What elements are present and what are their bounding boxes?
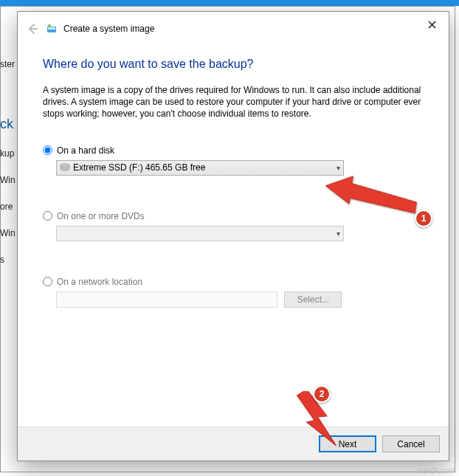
network-path-field: [56, 292, 277, 308]
dialog-body: Where do you want to save the backup? A …: [18, 46, 449, 427]
radio-dvd-label: On one or more DVDs: [57, 211, 145, 221]
next-button[interactable]: Next: [319, 435, 376, 452]
radio-dvd-input[interactable]: [43, 211, 52, 221]
svg-rect-2: [48, 27, 55, 30]
radio-hard-disk[interactable]: On a hard disk: [43, 145, 424, 156]
radio-hard-disk-input[interactable]: [43, 145, 52, 155]
close-button[interactable]: [416, 13, 447, 35]
option-hard-disk: On a hard disk Extreme SSD (F:) 465.65 G…: [43, 145, 424, 176]
network-select-button: Select...: [284, 292, 342, 308]
description-text: A system image is a copy of the drives r…: [43, 84, 424, 120]
back-button[interactable]: [24, 20, 41, 38]
cancel-button[interactable]: Cancel: [382, 435, 440, 452]
chevron-down-icon: ▾: [337, 164, 340, 172]
back-arrow-icon: [26, 22, 39, 35]
radio-network-label: On a network location: [57, 277, 142, 287]
background-sidebar-text: ster ck u kup Win ore Win s: [0, 30, 13, 265]
dialog-title: Create a system image: [63, 24, 154, 34]
dialog-header: Create a system image: [18, 12, 449, 46]
chevron-down-icon: ▾: [337, 230, 340, 238]
system-image-icon: [46, 23, 58, 35]
background-titlebar: [0, 0, 459, 6]
watermark: wsxdn.com: [418, 466, 455, 475]
drive-select-value: Extreme SSD (F:) 465.65 GB free: [73, 162, 205, 173]
dialog-footer: Next Cancel: [18, 427, 449, 461]
create-system-image-dialog: Create a system image Where do you want …: [17, 11, 449, 461]
drive-select-dropdown[interactable]: Extreme SSD (F:) 465.65 GB free ▾: [56, 160, 344, 176]
radio-network[interactable]: On a network location: [43, 277, 424, 287]
option-dvd: On one or more DVDs ▾: [43, 211, 424, 241]
radio-network-input[interactable]: [43, 277, 52, 286]
hard-disk-icon: [60, 162, 70, 173]
close-icon: [428, 21, 436, 29]
svg-point-3: [48, 24, 51, 27]
main-instruction: Where do you want to save the backup?: [43, 58, 424, 71]
radio-dvd[interactable]: On one or more DVDs: [43, 211, 424, 221]
option-network: On a network location Select...: [43, 277, 424, 308]
radio-hard-disk-label: On a hard disk: [57, 145, 114, 156]
dvd-select-dropdown: ▾: [56, 226, 344, 241]
